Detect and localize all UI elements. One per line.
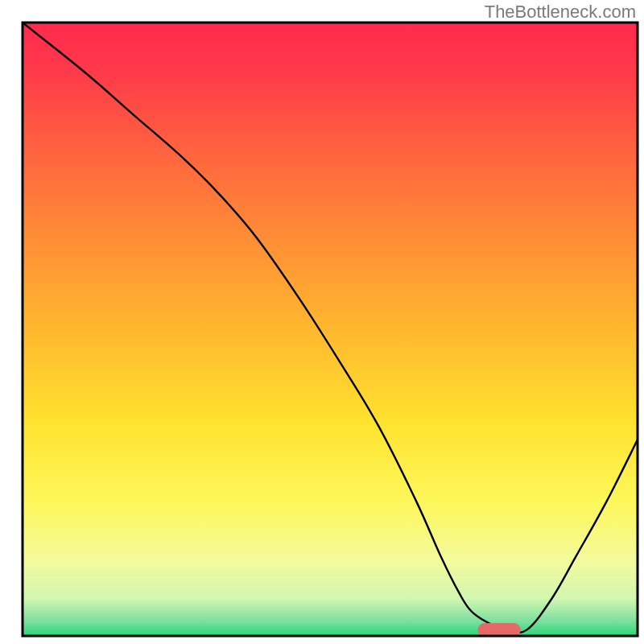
bottleneck-plot bbox=[0, 0, 644, 644]
chart-container: TheBottleneck.com bbox=[0, 0, 644, 644]
watermark-text: TheBottleneck.com bbox=[485, 2, 636, 23]
plot-background bbox=[23, 23, 638, 636]
optimal-range-marker bbox=[477, 623, 520, 637]
